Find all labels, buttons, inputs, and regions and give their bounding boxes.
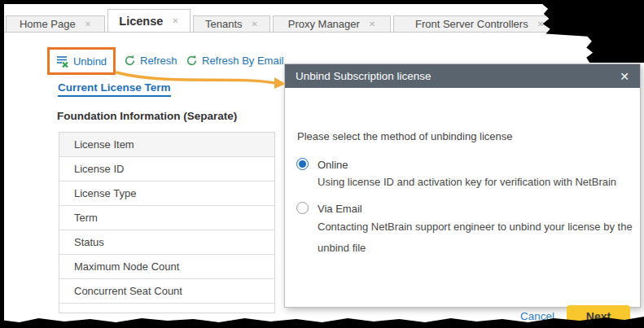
tab-label: Proxy Manager xyxy=(288,18,360,30)
table-row: Status xyxy=(59,230,274,255)
tab-close-icon[interactable]: ✕ xyxy=(172,17,178,25)
tab-close-icon[interactable]: ✕ xyxy=(85,20,91,28)
table-row-clipped xyxy=(59,304,274,313)
dialog-title: Unbind Subscription license xyxy=(296,70,432,82)
tab-label: License xyxy=(119,15,163,28)
tab-license[interactable]: License ✕ xyxy=(107,9,191,33)
dialog-prompt: Please select the method of unbinding li… xyxy=(297,130,513,142)
table-cell: Maximum Node Count xyxy=(74,260,179,273)
radio-online-label[interactable]: Online xyxy=(318,159,348,171)
tab-home-page[interactable]: Home Page ✕ xyxy=(6,15,105,33)
unbind-icon xyxy=(56,55,69,68)
table-row: License Type xyxy=(59,181,274,206)
torn-edge-top-right xyxy=(537,0,644,63)
current-license-term-link[interactable]: Current License Term xyxy=(58,81,171,97)
tab-tenants[interactable]: Tenants ✕ xyxy=(193,15,270,33)
table-row: License ID xyxy=(59,157,274,181)
refresh-label: Refresh xyxy=(140,55,177,67)
table-row: Concurrent Seat Count xyxy=(59,279,274,304)
license-table: License Item License ID License Type Ter… xyxy=(59,132,275,313)
unbind-dialog: Unbind Subscription license ✕ Please sel… xyxy=(284,63,641,308)
refresh-button[interactable]: Refresh xyxy=(124,55,177,67)
table-cell: License Type xyxy=(74,187,136,199)
section-heading: Foundation Information (Separate) xyxy=(57,110,237,122)
table-row: Maximum Node Count xyxy=(59,255,274,279)
table-cell: Concurrent Seat Count xyxy=(74,285,182,297)
unbind-label: Unbind xyxy=(73,55,107,68)
table-cell: Status xyxy=(74,236,104,248)
refresh-by-email-label: Refresh By Email xyxy=(202,55,283,67)
table-row: Term xyxy=(59,206,274,230)
tab-close-icon[interactable]: ✕ xyxy=(369,20,375,28)
screenshot-border-left xyxy=(0,0,4,328)
table-cell: Term xyxy=(74,212,98,224)
table-header-row: License Item xyxy=(59,133,274,157)
tab-label: Front Server Controllers xyxy=(415,18,528,30)
radio-via-email-description: Contacting NetBrain support engineer to … xyxy=(318,216,644,259)
table-header-label: License Item xyxy=(74,138,134,151)
tab-close-icon[interactable]: ✕ xyxy=(252,20,258,28)
refresh-icon xyxy=(186,55,198,67)
radio-via-email[interactable] xyxy=(296,202,309,214)
refresh-icon xyxy=(124,55,136,67)
tab-bar: Home Page ✕ License ✕ Tenants ✕ Proxy Ma… xyxy=(6,4,566,33)
table-cell: License ID xyxy=(74,163,124,175)
dialog-close-icon[interactable]: ✕ xyxy=(620,71,629,82)
refresh-by-email-button[interactable]: Refresh By Email xyxy=(186,55,283,67)
tab-front-server-controllers[interactable]: Front Server Controllers ✕ xyxy=(393,15,566,33)
tab-close-icon[interactable]: ✕ xyxy=(537,20,544,28)
radio-online-description: Using license ID and activation key for … xyxy=(318,172,644,193)
tab-label: Home Page xyxy=(20,18,76,30)
radio-via-email-label[interactable]: Via Email xyxy=(318,203,362,215)
tab-proxy-manager[interactable]: Proxy Manager ✕ xyxy=(273,15,391,33)
tab-label: Tenants xyxy=(205,18,243,30)
unbind-button[interactable]: Unbind xyxy=(47,47,116,75)
dialog-header: Unbind Subscription license ✕ xyxy=(285,64,640,88)
radio-online[interactable] xyxy=(296,158,309,170)
app-window: Home Page ✕ License ✕ Tenants ✕ Proxy Ma… xyxy=(0,0,644,328)
dialog-body: Please select the method of unbinding li… xyxy=(285,88,640,307)
